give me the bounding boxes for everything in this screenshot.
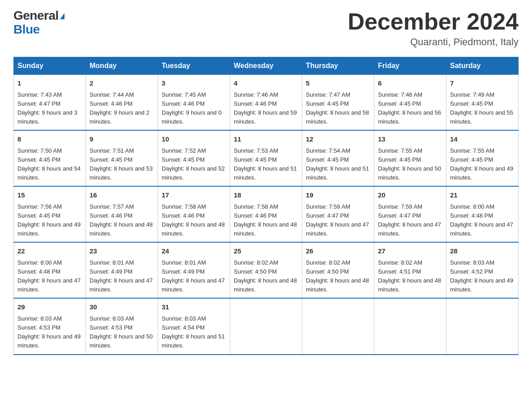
day-number: 13 xyxy=(378,134,442,145)
logo-blue-text: Blue xyxy=(13,22,40,36)
title-block: December 2024 Quaranti, Piedmont, Italy xyxy=(348,9,519,48)
weekday-header-saturday: Saturday xyxy=(446,57,519,75)
day-info: Sunrise: 8:02 AMSunset: 4:50 PMDaylight:… xyxy=(234,258,298,295)
calendar-cell: 29 Sunrise: 8:03 AMSunset: 4:53 PMDaylig… xyxy=(14,298,86,354)
weekday-header-sunday: Sunday xyxy=(14,57,86,75)
calendar-cell: 28 Sunrise: 8:03 AMSunset: 4:52 PMDaylig… xyxy=(446,242,519,298)
day-number: 18 xyxy=(234,190,298,201)
calendar-cell: 18 Sunrise: 7:58 AMSunset: 4:46 PMDaylig… xyxy=(230,186,302,242)
calendar-cell: 4 Sunrise: 7:46 AMSunset: 4:46 PMDayligh… xyxy=(230,75,302,131)
day-number: 4 xyxy=(234,78,298,89)
weekday-header-row: SundayMondayTuesdayWednesdayThursdayFrid… xyxy=(14,57,519,75)
calendar-cell: 17 Sunrise: 7:58 AMSunset: 4:46 PMDaylig… xyxy=(158,186,230,242)
day-number: 8 xyxy=(17,134,82,145)
day-number: 16 xyxy=(90,190,154,201)
day-info: Sunrise: 7:43 AMSunset: 4:47 PMDaylight:… xyxy=(17,90,82,127)
day-info: Sunrise: 7:48 AMSunset: 4:45 PMDaylight:… xyxy=(378,90,442,127)
calendar-cell: 31 Sunrise: 8:03 AMSunset: 4:54 PMDaylig… xyxy=(158,298,230,354)
day-info: Sunrise: 8:03 AMSunset: 4:52 PMDaylight:… xyxy=(450,258,515,295)
calendar-cell: 8 Sunrise: 7:50 AMSunset: 4:45 PMDayligh… xyxy=(14,130,86,186)
calendar-cell: 12 Sunrise: 7:54 AMSunset: 4:45 PMDaylig… xyxy=(302,130,374,186)
day-info: Sunrise: 7:45 AMSunset: 4:46 PMDaylight:… xyxy=(162,90,226,127)
weekday-header-monday: Monday xyxy=(86,57,158,75)
calendar-cell: 13 Sunrise: 7:55 AMSunset: 4:45 PMDaylig… xyxy=(374,130,446,186)
weekday-header-friday: Friday xyxy=(374,57,446,75)
calendar-week-row: 8 Sunrise: 7:50 AMSunset: 4:45 PMDayligh… xyxy=(14,130,519,186)
day-info: Sunrise: 8:02 AMSunset: 4:51 PMDaylight:… xyxy=(378,258,442,295)
day-info: Sunrise: 7:50 AMSunset: 4:45 PMDaylight:… xyxy=(17,146,82,183)
day-number: 11 xyxy=(234,134,298,145)
calendar-cell xyxy=(230,298,302,354)
calendar-cell: 23 Sunrise: 8:01 AMSunset: 4:49 PMDaylig… xyxy=(86,242,158,298)
day-info: Sunrise: 7:49 AMSunset: 4:45 PMDaylight:… xyxy=(450,90,515,127)
day-info: Sunrise: 7:55 AMSunset: 4:45 PMDaylight:… xyxy=(450,146,515,183)
day-number: 30 xyxy=(90,302,154,313)
day-info: Sunrise: 7:52 AMSunset: 4:45 PMDaylight:… xyxy=(162,146,226,183)
day-info: Sunrise: 7:55 AMSunset: 4:45 PMDaylight:… xyxy=(378,146,442,183)
calendar-cell: 25 Sunrise: 8:02 AMSunset: 4:50 PMDaylig… xyxy=(230,242,302,298)
day-number: 19 xyxy=(306,190,370,201)
day-info: Sunrise: 7:46 AMSunset: 4:46 PMDaylight:… xyxy=(234,90,298,127)
day-number: 12 xyxy=(306,134,370,145)
day-info: Sunrise: 7:57 AMSunset: 4:46 PMDaylight:… xyxy=(90,202,154,239)
calendar-cell: 2 Sunrise: 7:44 AMSunset: 4:46 PMDayligh… xyxy=(86,75,158,131)
calendar-cell: 19 Sunrise: 7:59 AMSunset: 4:47 PMDaylig… xyxy=(302,186,374,242)
day-number: 6 xyxy=(378,78,442,89)
day-number: 7 xyxy=(450,78,515,89)
day-number: 22 xyxy=(17,246,82,257)
calendar-cell xyxy=(302,298,374,354)
calendar-cell: 10 Sunrise: 7:52 AMSunset: 4:45 PMDaylig… xyxy=(158,130,230,186)
calendar-cell: 24 Sunrise: 8:01 AMSunset: 4:49 PMDaylig… xyxy=(158,242,230,298)
calendar-cell: 20 Sunrise: 7:59 AMSunset: 4:47 PMDaylig… xyxy=(374,186,446,242)
logo: General Blue xyxy=(13,9,64,37)
day-number: 9 xyxy=(90,134,154,145)
day-info: Sunrise: 7:51 AMSunset: 4:45 PMDaylight:… xyxy=(90,146,154,183)
weekday-header-tuesday: Tuesday xyxy=(158,57,230,75)
calendar-cell: 1 Sunrise: 7:43 AMSunset: 4:47 PMDayligh… xyxy=(14,75,86,131)
day-number: 17 xyxy=(162,190,226,201)
day-info: Sunrise: 7:58 AMSunset: 4:46 PMDaylight:… xyxy=(234,202,298,239)
day-info: Sunrise: 8:02 AMSunset: 4:50 PMDaylight:… xyxy=(306,258,370,295)
calendar-cell: 27 Sunrise: 8:02 AMSunset: 4:51 PMDaylig… xyxy=(374,242,446,298)
day-number: 15 xyxy=(17,190,82,201)
day-info: Sunrise: 7:59 AMSunset: 4:47 PMDaylight:… xyxy=(306,202,370,239)
calendar-week-row: 15 Sunrise: 7:56 AMSunset: 4:45 PMDaylig… xyxy=(14,186,519,242)
weekday-header-thursday: Thursday xyxy=(302,57,374,75)
day-number: 1 xyxy=(17,78,82,89)
weekday-header-wednesday: Wednesday xyxy=(230,57,302,75)
logo-triangle-icon xyxy=(60,13,64,19)
day-info: Sunrise: 8:01 AMSunset: 4:49 PMDaylight:… xyxy=(162,258,226,295)
calendar-table: SundayMondayTuesdayWednesdayThursdayFrid… xyxy=(13,57,519,355)
day-number: 21 xyxy=(450,190,515,201)
logo-general-text: General xyxy=(13,9,59,22)
calendar-cell: 11 Sunrise: 7:53 AMSunset: 4:45 PMDaylig… xyxy=(230,130,302,186)
calendar-cell: 5 Sunrise: 7:47 AMSunset: 4:45 PMDayligh… xyxy=(302,75,374,131)
calendar-cell xyxy=(446,298,519,354)
calendar-week-row: 22 Sunrise: 8:00 AMSunset: 4:48 PMDaylig… xyxy=(14,242,519,298)
day-number: 2 xyxy=(90,78,154,89)
day-info: Sunrise: 8:00 AMSunset: 4:48 PMDaylight:… xyxy=(450,202,515,239)
day-info: Sunrise: 7:47 AMSunset: 4:45 PMDaylight:… xyxy=(306,90,370,127)
day-number: 24 xyxy=(162,246,226,257)
calendar-cell: 22 Sunrise: 8:00 AMSunset: 4:48 PMDaylig… xyxy=(14,242,86,298)
calendar-cell xyxy=(374,298,446,354)
day-number: 29 xyxy=(17,302,82,313)
logo-general-line: General xyxy=(13,9,64,23)
month-title: December 2024 xyxy=(348,9,519,34)
day-info: Sunrise: 7:56 AMSunset: 4:45 PMDaylight:… xyxy=(17,202,82,239)
day-info: Sunrise: 8:03 AMSunset: 4:54 PMDaylight:… xyxy=(162,314,226,351)
day-info: Sunrise: 7:53 AMSunset: 4:45 PMDaylight:… xyxy=(234,146,298,183)
calendar-cell: 15 Sunrise: 7:56 AMSunset: 4:45 PMDaylig… xyxy=(14,186,86,242)
calendar-cell: 14 Sunrise: 7:55 AMSunset: 4:45 PMDaylig… xyxy=(446,130,519,186)
page-header: General Blue December 2024 Quaranti, Pie… xyxy=(13,9,519,48)
calendar-cell: 30 Sunrise: 8:03 AMSunset: 4:53 PMDaylig… xyxy=(86,298,158,354)
day-info: Sunrise: 8:03 AMSunset: 4:53 PMDaylight:… xyxy=(90,314,154,351)
day-info: Sunrise: 7:54 AMSunset: 4:45 PMDaylight:… xyxy=(306,146,370,183)
day-number: 3 xyxy=(162,78,226,89)
calendar-cell: 16 Sunrise: 7:57 AMSunset: 4:46 PMDaylig… xyxy=(86,186,158,242)
day-number: 14 xyxy=(450,134,515,145)
day-number: 28 xyxy=(450,246,515,257)
day-number: 5 xyxy=(306,78,370,89)
calendar-cell: 9 Sunrise: 7:51 AMSunset: 4:45 PMDayligh… xyxy=(86,130,158,186)
day-info: Sunrise: 8:03 AMSunset: 4:53 PMDaylight:… xyxy=(17,314,82,351)
